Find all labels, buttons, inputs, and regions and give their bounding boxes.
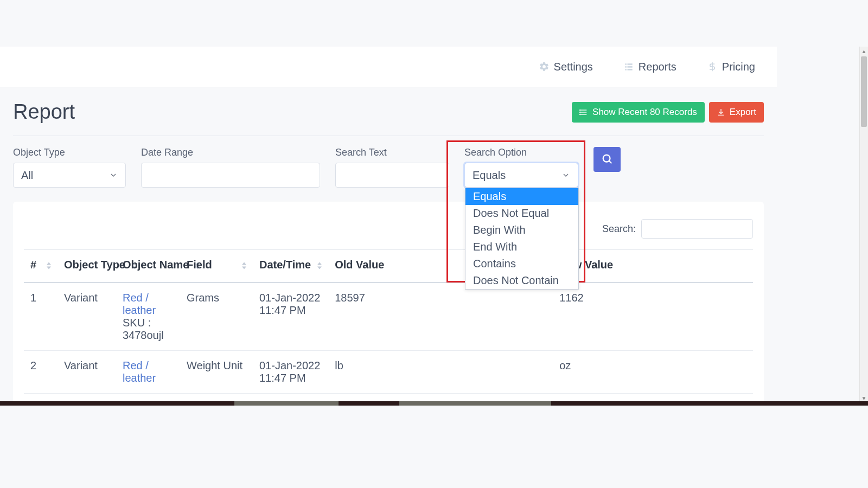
scrollbar-thumb[interactable]	[861, 56, 867, 127]
search-text-label: Search Text	[335, 147, 449, 158]
table-row: 1 Variant Red / leather SKU : 3478oujl G…	[24, 283, 753, 351]
list-icon	[623, 61, 634, 72]
page-header: Report Show Recent 80 Records Export	[13, 100, 764, 136]
cell-old-value: lb	[328, 351, 553, 394]
th-object-type[interactable]: Object Type	[58, 249, 116, 283]
svg-marker-15	[47, 262, 51, 265]
show-recent-label: Show Recent 80 Records	[592, 107, 697, 118]
nav-pricing[interactable]: Pricing	[707, 61, 755, 73]
scrollbar[interactable]: ▲ ▼	[859, 47, 868, 402]
report-table: # Object Type Object Name Field Date/Tim…	[24, 249, 753, 394]
scroll-up-icon[interactable]: ▲	[860, 47, 868, 55]
svg-rect-0	[625, 63, 627, 65]
export-label: Export	[730, 107, 756, 118]
sort-icon	[242, 261, 246, 270]
sort-icon	[317, 261, 322, 270]
cell-object-type: Variant	[58, 351, 116, 394]
object-name-link[interactable]: Red / leather	[123, 359, 156, 384]
cell-object-name: Red / leather	[116, 351, 180, 394]
svg-marker-24	[317, 267, 322, 269]
table-search-input[interactable]	[641, 219, 753, 239]
table-row: 2 Variant Red / leather Weight Unit 01-J…	[24, 351, 753, 394]
sort-icon	[47, 261, 51, 270]
date-range-input[interactable]	[141, 163, 320, 188]
top-nav: Settings Reports Pricing	[0, 47, 777, 87]
footer-segment	[399, 401, 551, 406]
th-new-value[interactable]: New Value	[553, 249, 753, 283]
svg-rect-2	[625, 66, 627, 68]
search-option-select[interactable]: Equals Equals Does Not Equal Begin With …	[464, 163, 578, 188]
export-button[interactable]: Export	[709, 102, 764, 123]
svg-point-13	[603, 155, 610, 162]
svg-marker-16	[47, 267, 51, 269]
sku-text: SKU : 3478oujl	[123, 317, 164, 341]
nav-settings-label: Settings	[554, 61, 593, 73]
svg-rect-4	[625, 69, 627, 70]
svg-marker-23	[317, 262, 322, 265]
footer-segment	[234, 401, 339, 406]
cell-object-name: Red / leather SKU : 3478oujl	[116, 283, 180, 351]
cell-index: 1	[24, 283, 58, 351]
object-type-value: All	[21, 169, 33, 182]
dropdown-option-does-not-contain[interactable]: Does Not Contain	[465, 272, 578, 289]
chevron-down-icon	[109, 171, 118, 179]
object-name-link[interactable]: Red / leather	[123, 292, 156, 316]
svg-rect-1	[627, 63, 632, 65]
th-field[interactable]: Field	[180, 249, 253, 283]
dropdown-option-begin-with[interactable]: Begin With	[465, 222, 578, 239]
cell-new-value: oz	[553, 351, 753, 394]
object-type-select[interactable]: All	[13, 163, 126, 188]
search-option-dropdown: Equals Does Not Equal Begin With End Wit…	[465, 188, 579, 290]
search-icon	[601, 153, 613, 166]
th-index[interactable]: #	[24, 249, 58, 283]
svg-point-12	[580, 114, 580, 114]
svg-marker-22	[242, 267, 246, 269]
table-search-label: Search:	[602, 223, 636, 235]
show-recent-button[interactable]: Show Recent 80 Records	[572, 102, 705, 123]
th-datetime[interactable]: Date/Time	[253, 249, 328, 283]
cell-object-type: Variant	[58, 283, 116, 351]
svg-line-14	[609, 160, 612, 163]
cell-field: Weight Unit	[180, 351, 253, 394]
nav-settings[interactable]: Settings	[539, 61, 593, 73]
search-option-label: Search Option	[464, 147, 578, 158]
cell-index: 2	[24, 351, 58, 394]
object-type-label: Object Type	[13, 147, 126, 158]
cell-new-value: 1162	[553, 283, 753, 351]
svg-point-11	[580, 112, 580, 112]
search-option-group: Search Option Equals Equals Does Not Equ…	[464, 147, 578, 188]
nav-pricing-label: Pricing	[722, 61, 755, 73]
svg-rect-5	[627, 69, 632, 70]
page-title: Report	[13, 100, 75, 124]
search-text-input[interactable]	[335, 163, 449, 188]
date-range-label: Date Range	[141, 147, 320, 158]
nav-reports[interactable]: Reports	[623, 61, 676, 73]
search-button[interactable]	[593, 147, 621, 172]
list-icon	[579, 108, 588, 117]
dropdown-option-contains[interactable]: Contains	[465, 255, 578, 272]
dollar-icon	[707, 61, 718, 72]
filters-row: Object Type All Date Range Search Text S…	[13, 147, 764, 188]
cell-old-value: 18597	[328, 283, 553, 351]
nav-reports-label: Reports	[639, 61, 676, 73]
search-option-value: Equals	[473, 169, 506, 182]
th-object-name[interactable]: Object Name	[116, 249, 180, 283]
dropdown-option-does-not-equal[interactable]: Does Not Equal	[465, 205, 578, 222]
svg-rect-3	[627, 66, 632, 68]
dropdown-option-end-with[interactable]: End With	[465, 239, 578, 255]
svg-point-10	[580, 110, 580, 110]
cell-field: Grams	[180, 283, 253, 351]
cell-datetime: 01-Jan-2022 11:47 PM	[253, 351, 328, 394]
svg-marker-21	[242, 262, 246, 265]
report-card: Search: # Object Type Obje	[13, 202, 764, 404]
gear-icon	[539, 61, 550, 72]
chevron-down-icon	[561, 171, 570, 179]
download-icon	[717, 108, 725, 117]
cell-datetime: 01-Jan-2022 11:47 PM	[253, 283, 328, 351]
dropdown-option-equals[interactable]: Equals	[465, 188, 578, 205]
